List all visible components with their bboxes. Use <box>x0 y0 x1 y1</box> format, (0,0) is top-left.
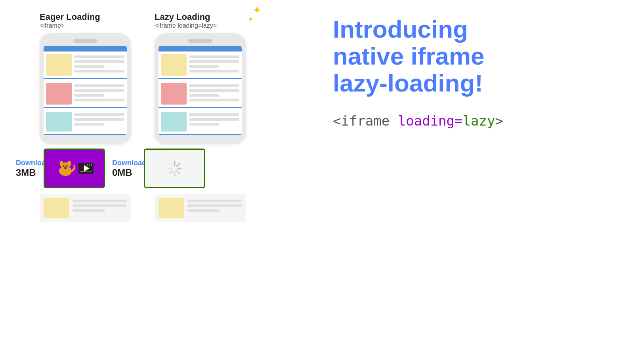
line <box>74 118 124 121</box>
lazy-phone-screen <box>158 46 242 135</box>
code-loading-attr: loading= <box>398 113 463 129</box>
svg-point-6 <box>64 167 67 169</box>
svg-line-10 <box>177 171 180 173</box>
line <box>187 204 242 207</box>
headline-line3: lazy-loading! <box>333 69 483 97</box>
svg-line-14 <box>170 163 172 166</box>
lazy-img-1 <box>161 54 187 76</box>
phone-bottom-lazy <box>158 135 242 138</box>
line <box>73 209 105 212</box>
svg-line-8 <box>177 163 180 166</box>
phone-top-bar-eager <box>44 46 127 51</box>
video-icon <box>78 163 94 174</box>
below-img-eager <box>44 198 69 218</box>
eager-img-3 <box>46 112 72 131</box>
line <box>189 55 239 58</box>
lazy-section-2 <box>158 80 242 108</box>
lazy-img-2 <box>161 83 187 105</box>
eager-lines-2 <box>74 83 124 101</box>
line <box>189 94 219 97</box>
menu-dots <box>87 164 92 166</box>
svg-point-4 <box>63 165 65 167</box>
lazy-lines-3 <box>189 112 239 126</box>
lazy-label-block: Lazy Loading <iframe loading=lazy> ✦ ✦ <box>155 12 246 29</box>
headline: Introducing native iframe lazy-loading! <box>333 16 618 97</box>
lazy-subtitle: <iframe loading=lazy> <box>155 22 246 29</box>
code-iframe-open: <iframe <box>333 113 398 129</box>
line <box>74 55 124 58</box>
eager-section-1 <box>44 51 127 79</box>
line <box>187 200 242 202</box>
phones-row <box>16 33 317 144</box>
eager-phone-screen <box>44 46 127 135</box>
right-section: Introducing native iframe lazy-loading! … <box>317 12 618 352</box>
lazy-downloads-block: Downloads 0MB <box>112 159 140 178</box>
lazy-iframe-preview <box>144 149 205 188</box>
line <box>189 123 219 126</box>
dog-icon <box>55 158 94 178</box>
eager-img-1 <box>46 54 72 76</box>
line <box>73 200 127 202</box>
code-lazy-value: lazy <box>463 113 495 129</box>
lazy-section-3 <box>158 109 242 134</box>
phones-section: Eager Loading <iframe> Lazy Loading <ifr… <box>16 12 317 352</box>
lazy-section-1 <box>158 51 242 79</box>
downloads-area: Downloads 3MB <box>16 149 317 188</box>
eager-title: Eager Loading <box>40 12 131 22</box>
eager-label-block: Eager Loading <iframe> <box>40 12 131 29</box>
progress-fill <box>80 171 85 172</box>
eager-img-2 <box>46 83 72 105</box>
phone-notch-lazy <box>188 39 212 43</box>
headline-line1: Introducing <box>333 15 468 43</box>
line <box>74 70 124 72</box>
lazy-title: Lazy Loading <box>155 12 246 22</box>
dog-svg <box>55 158 75 178</box>
eager-downloads-block: Downloads 3MB <box>16 159 40 178</box>
lazy-lines-1 <box>189 54 239 72</box>
line <box>74 94 104 97</box>
headline-line2: native iframe <box>333 42 485 70</box>
line <box>189 65 219 68</box>
below-img-lazy <box>158 198 184 218</box>
below-lines-eager <box>73 198 127 212</box>
eager-section-2 <box>44 80 127 108</box>
play-button <box>84 165 90 172</box>
lazy-phone <box>155 33 246 144</box>
top-labels: Eager Loading <iframe> Lazy Loading <ifr… <box>16 12 317 29</box>
sparkle-icon-small: ✦ <box>248 16 254 23</box>
line <box>74 89 124 92</box>
eager-section-3 <box>44 109 127 134</box>
lazy-content-area <box>158 51 242 134</box>
line <box>187 209 220 212</box>
svg-line-12 <box>170 171 172 173</box>
code-snippet: <iframe loading=lazy> <box>333 113 618 129</box>
code-close-bracket: > <box>495 113 503 129</box>
phone-top-bar-lazy <box>158 46 242 51</box>
line <box>189 89 239 92</box>
lazy-downloads-label: Downloads <box>112 159 140 167</box>
eager-lines-3 <box>74 112 124 126</box>
eager-downloads-label: Downloads <box>16 159 40 167</box>
sparkle-icon: ✦ <box>252 5 262 16</box>
line <box>74 123 104 126</box>
line <box>189 113 239 116</box>
below-lines-lazy <box>187 198 242 212</box>
progress-bar <box>80 171 92 172</box>
spinner-svg <box>164 158 185 179</box>
lazy-img-3 <box>161 112 187 131</box>
lazy-below-card <box>155 194 246 222</box>
line <box>74 65 104 68</box>
eager-below-card <box>40 194 131 222</box>
phone-notch-eager <box>73 39 97 43</box>
eager-content-area <box>44 51 127 134</box>
lazy-lines-2 <box>189 83 239 101</box>
line <box>189 60 239 63</box>
line <box>189 70 239 72</box>
line <box>189 99 239 101</box>
line <box>189 84 239 87</box>
line <box>74 60 124 63</box>
lazy-downloads-size: 0MB <box>112 167 140 178</box>
eager-phone <box>40 33 131 144</box>
svg-point-5 <box>66 165 68 167</box>
eager-downloads-size: 3MB <box>16 167 40 178</box>
